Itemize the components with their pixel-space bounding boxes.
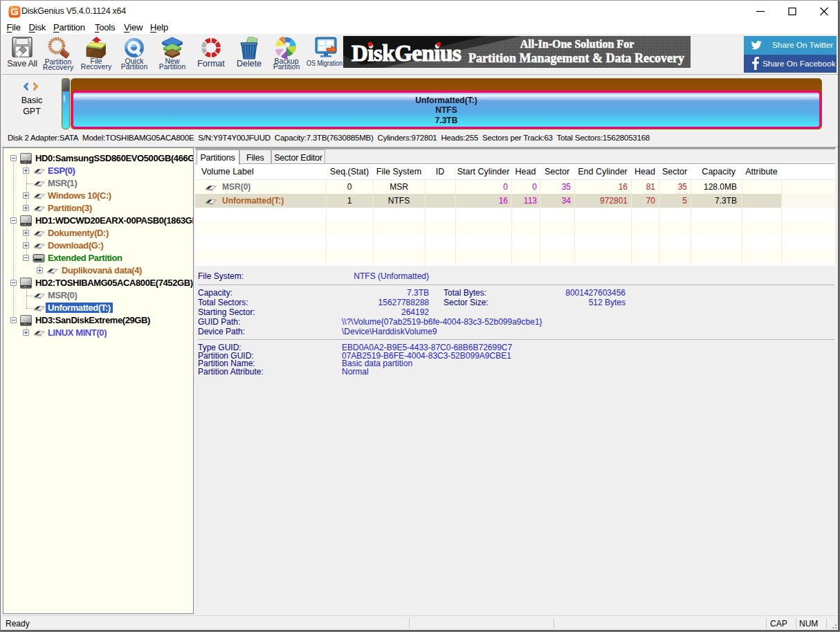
svg-text:Partition Management & Data Re: Partition Management & Data Recovery — [468, 51, 684, 65]
svg-text:All-In-One Solution For: All-In-One Solution For — [520, 38, 634, 50]
